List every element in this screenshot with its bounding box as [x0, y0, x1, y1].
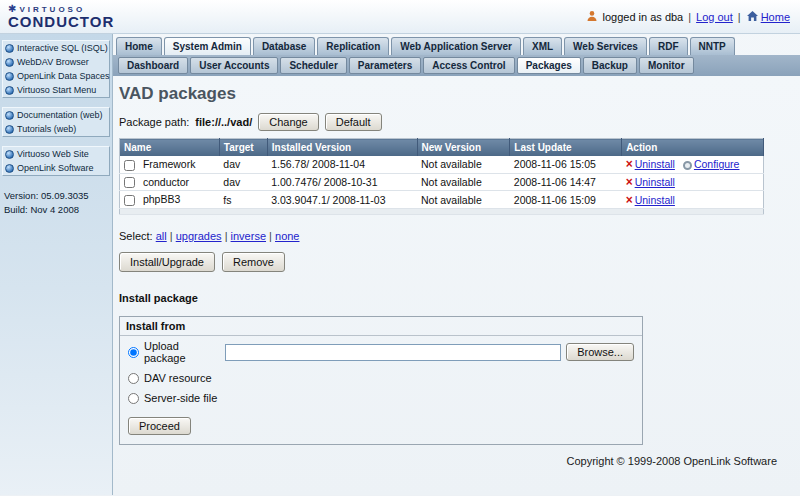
install-upgrade-button[interactable]: Install/Upgrade	[119, 252, 215, 272]
package-actions: ×Uninstall	[622, 191, 764, 209]
sidebar-item-label: Interactive SQL (ISQL)	[17, 43, 108, 53]
package-path-value: file://../vad/	[195, 116, 252, 128]
sidebar-item-start-menu[interactable]: Virtuoso Start Menu	[3, 83, 109, 97]
sidebar: Interactive SQL (ISQL) WebDAV Browser Op…	[0, 34, 113, 495]
row-checkbox[interactable]	[124, 177, 135, 188]
install-from-header: Install from	[120, 317, 642, 336]
select-upgrades-link[interactable]: upgrades	[176, 230, 222, 242]
table-header-row: Name Target Installed Version New Versio…	[120, 139, 764, 157]
tab-replication[interactable]: Replication	[317, 37, 389, 55]
tab-rdf[interactable]: RDF	[649, 37, 688, 55]
col-header-new-version: New Version	[417, 139, 510, 157]
tab-system-admin[interactable]: System Admin	[164, 37, 251, 55]
logged-in-text: logged in as dba	[603, 11, 684, 23]
globe-icon	[5, 125, 14, 134]
table-row: Framework dav 1.56.78/ 2008-11-04 Not av…	[120, 156, 764, 173]
separator: |	[225, 230, 228, 242]
uninstall-icon: ×	[626, 157, 633, 171]
sidebar-item-virtuoso-site[interactable]: Virtuoso Web Site	[3, 147, 109, 161]
dav-resource-row: DAV resource	[120, 368, 642, 388]
select-row: Select: all | upgrades | inverse | none	[119, 230, 792, 242]
select-inverse-link[interactable]: inverse	[231, 230, 266, 242]
col-header-action: Action	[622, 139, 764, 157]
sidebar-item-isql[interactable]: Interactive SQL (ISQL)	[3, 41, 109, 55]
select-all-link[interactable]: all	[156, 230, 167, 242]
subtab-backup[interactable]: Backup	[583, 57, 637, 74]
install-from-box: Install from Upload package Browse... DA…	[119, 316, 643, 445]
col-header-target: Target	[219, 139, 267, 157]
sidebar-item-documentation[interactable]: Documentation (web)	[3, 108, 109, 122]
page-title: VAD packages	[119, 84, 792, 104]
row-checkbox[interactable]	[124, 195, 135, 206]
tab-web-services[interactable]: Web Services	[564, 37, 647, 55]
sidebar-item-label: Virtuoso Web Site	[17, 149, 89, 159]
upload-package-radio[interactable]	[128, 347, 139, 358]
tab-database[interactable]: Database	[253, 37, 315, 55]
logout-link[interactable]: Log out	[696, 11, 733, 23]
package-installed-version: 3.03.9047.1/ 2008-11-03	[267, 191, 417, 209]
globe-icon	[5, 111, 14, 120]
logo: ✱ VIRTUOSO CONDUCTOR	[8, 4, 114, 29]
sub-tab-bar: Dashboard User Accounts Scheduler Parame…	[113, 55, 800, 76]
subtab-scheduler[interactable]: Scheduler	[280, 57, 346, 74]
sidebar-item-label: WebDAV Browser	[17, 57, 89, 67]
uninstall-link[interactable]: Uninstall	[635, 194, 675, 206]
package-name: Framework	[143, 158, 196, 170]
home-link[interactable]: Home	[746, 10, 790, 24]
main-area: Home System Admin Database Replication W…	[113, 34, 800, 495]
server-side-file-label: Server-side file	[144, 392, 217, 404]
server-side-file-radio[interactable]	[128, 393, 139, 404]
subtab-parameters[interactable]: Parameters	[349, 57, 421, 74]
sidebar-item-label: OpenLink Software	[17, 163, 94, 173]
globe-icon	[5, 72, 14, 81]
copyright-text: Copyright © 1999-2008 OpenLink Software	[119, 455, 777, 467]
configure-link[interactable]: Configure	[694, 158, 740, 170]
col-header-installed-version: Installed Version	[267, 139, 417, 157]
package-name: conductor	[143, 176, 189, 188]
package-actions: ×Uninstall	[622, 173, 764, 191]
change-button[interactable]: Change	[258, 113, 319, 131]
subtab-packages[interactable]: Packages	[517, 57, 581, 74]
sidebar-item-openlink-software[interactable]: OpenLink Software	[3, 161, 109, 175]
tab-web-application-server[interactable]: Web Application Server	[391, 37, 521, 55]
package-target: dav	[219, 156, 267, 173]
sidebar-item-label: Virtuoso Start Menu	[17, 85, 96, 95]
package-path-label: Package path:	[119, 116, 189, 128]
upload-package-input[interactable]	[225, 344, 561, 361]
sidebar-item-label: OpenLink Data Spaces	[17, 71, 110, 81]
tab-xml[interactable]: XML	[523, 37, 562, 55]
package-name: phpBB3	[143, 193, 180, 205]
proceed-row: Proceed	[120, 408, 642, 444]
subtab-user-accounts[interactable]: User Accounts	[190, 57, 278, 74]
tab-home[interactable]: Home	[116, 37, 162, 55]
home-icon	[746, 10, 759, 24]
sidebar-item-label: Tutorials (web)	[17, 124, 76, 134]
tab-nntp[interactable]: NNTP	[690, 37, 735, 55]
remove-button[interactable]: Remove	[222, 252, 285, 272]
sidebar-item-data-spaces[interactable]: OpenLink Data Spaces	[3, 69, 109, 83]
select-label: Select:	[119, 230, 153, 242]
sidebar-item-tutorials[interactable]: Tutorials (web)	[3, 122, 109, 136]
package-last-update: 2008-11-06 15:09	[510, 191, 622, 209]
globe-icon	[5, 164, 14, 173]
default-button[interactable]: Default	[325, 113, 382, 131]
subtab-access-control[interactable]: Access Control	[423, 57, 514, 74]
package-new-version: Not available	[417, 156, 510, 173]
dav-resource-radio[interactable]	[128, 373, 139, 384]
row-checkbox[interactable]	[124, 160, 135, 171]
package-path-row: Package path: file://../vad/ Change Defa…	[119, 113, 792, 131]
main-tab-bar: Home System Admin Database Replication W…	[113, 34, 800, 55]
sidebar-item-webdav-browser[interactable]: WebDAV Browser	[3, 55, 109, 69]
browse-button[interactable]: Browse...	[566, 343, 634, 361]
subtab-monitor[interactable]: Monitor	[639, 57, 694, 74]
subtab-dashboard[interactable]: Dashboard	[118, 57, 188, 74]
globe-icon	[5, 86, 14, 95]
col-header-last-update: Last Update	[510, 139, 622, 157]
uninstall-link[interactable]: Uninstall	[635, 158, 675, 170]
proceed-button[interactable]: Proceed	[128, 417, 191, 435]
table-row: phpBB3 fs 3.03.9047.1/ 2008-11-03 Not av…	[120, 191, 764, 209]
separator: |	[170, 230, 173, 242]
sidebar-meta: Version: 05.09.3035 Build: Nov 4 2008	[0, 185, 112, 222]
uninstall-link[interactable]: Uninstall	[635, 176, 675, 188]
select-none-link[interactable]: none	[275, 230, 299, 242]
